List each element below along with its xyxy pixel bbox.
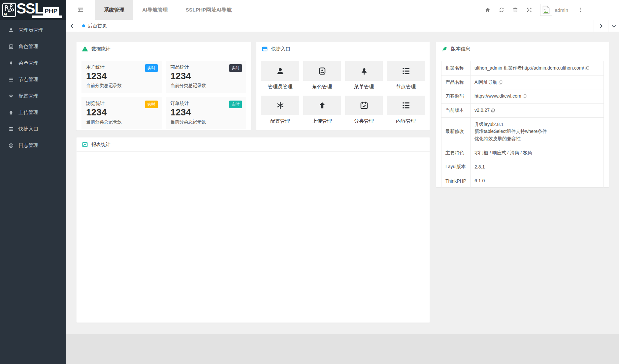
quick-entry-label: 节点管理 (387, 84, 425, 90)
stat-card-users[interactable]: 用户统计 实时 1234 当前分类总记录数 (81, 61, 162, 93)
collapse-icon (77, 7, 84, 13)
sidebar-item-role-manage[interactable]: 角色管理 (0, 38, 66, 55)
user-icon (276, 67, 285, 76)
sidebar-item-log-manage[interactable]: 日志管理 (0, 137, 66, 154)
card-window-icon (262, 46, 268, 52)
asterisk-icon (8, 93, 14, 99)
quick-entry-grid: 管理员管理 角色管理 菜单管理 节点管理 配置管理 上传管理 (256, 56, 430, 130)
sidebar-item-config-manage[interactable]: 配置管理 (0, 88, 66, 104)
id-badge-icon (318, 67, 327, 76)
list-icon (402, 67, 410, 76)
refresh-button[interactable] (495, 0, 508, 20)
page-tabstrip: 后台首页 (66, 20, 619, 32)
sidebar-menu: 管理员管理 角色管理 菜单管理 节点管理 配置管理 上传管理 快捷入口 日志管 (0, 20, 66, 154)
chevron-left-icon (70, 24, 74, 28)
table-row: Layui版本 2.8.1 (441, 160, 604, 174)
app-logo[interactable]: AI SSL PHP (0, 0, 66, 20)
user-avatar[interactable] (540, 4, 552, 16)
user-icon (8, 27, 14, 33)
sidebar-item-label: 配置管理 (18, 93, 38, 99)
more-menu-button[interactable] (577, 0, 585, 20)
trash-icon (512, 7, 518, 13)
stat-value: 1234 (86, 71, 157, 81)
stat-caption: 当前分类总记录数 (171, 83, 242, 89)
quick-entry-config[interactable]: 配置管理 (261, 96, 299, 124)
sidebar-item-node-manage[interactable]: 节点管理 (0, 71, 66, 88)
fullscreen-button[interactable] (522, 0, 536, 20)
stat-card-views[interactable]: 浏览统计 实时 1234 当前分类总记录数 (81, 97, 162, 129)
quick-entry-upload[interactable]: 上传管理 (303, 96, 341, 124)
stat-card-goods[interactable]: 商品统计 实时 1234 当前分类总记录数 (166, 61, 246, 93)
sidebar-item-menu-manage[interactable]: 菜单管理 (0, 55, 66, 71)
clear-cache-button[interactable] (508, 0, 522, 20)
logo-php-text: PHP (43, 7, 59, 15)
sidebar-item-admin-manage[interactable]: 管理员管理 (0, 22, 66, 38)
report-chart-area (77, 152, 430, 323)
list-icon (8, 77, 14, 82)
sidebar-item-label: 上传管理 (18, 109, 38, 116)
logo-ssl-text: SSL (16, 0, 43, 17)
logo-underline (32, 15, 62, 18)
content-footer-strip (66, 334, 619, 364)
upload-icon (318, 101, 327, 110)
table-row: 主要特色 零门槛 / 响应式 / 清爽 / 极简 (441, 146, 604, 160)
stat-card-orders[interactable]: 订单统计 实时 1234 当前分类总记录数 (166, 97, 246, 129)
sidebar-item-quick-entry[interactable]: 快捷入口 (0, 121, 66, 137)
quick-entry-header: 快捷入口 (256, 42, 430, 56)
quick-entry-label: 分类管理 (345, 118, 383, 124)
realtime-badge: 实时 (145, 101, 158, 108)
stat-value: 1234 (171, 107, 242, 118)
quick-entry-role[interactable]: 角色管理 (303, 61, 341, 90)
tabstrip-spacer (111, 20, 594, 32)
topnav-tab-ai-nav[interactable]: AI导航管理 (133, 0, 177, 20)
ai-circuit-icon: AI (2, 3, 16, 17)
chart-line-icon (82, 141, 88, 148)
topnav-tab-label: AI导航管理 (142, 7, 168, 14)
sidebar-item-label: 日志管理 (18, 142, 38, 149)
stat-caption: 当前分类总记录数 (86, 119, 157, 125)
topnav-tab-sslphp-nav[interactable]: SSLPHP网址AI导航 (177, 0, 241, 20)
quick-entry-category[interactable]: 分类管理 (345, 96, 383, 124)
panel-title: 数据统计 (91, 46, 111, 52)
topnav-tab-label: SSLPHP网址AI导航 (186, 7, 232, 14)
sidebar-item-upload-manage[interactable]: 上传管理 (0, 104, 66, 121)
quick-entry-label: 内容管理 (387, 118, 425, 124)
copy-icon[interactable] (498, 80, 503, 86)
topnav-tab-system[interactable]: 系统管理 (95, 0, 133, 20)
panel-title: 报表统计 (91, 141, 111, 148)
copy-icon[interactable] (522, 94, 527, 100)
quick-entry-content[interactable]: 内容管理 (387, 96, 425, 124)
version-row-value: 2.8.1 (474, 164, 485, 169)
tabs-scroll-right-button[interactable] (594, 20, 608, 32)
stat-caption: 当前分类总记录数 (86, 83, 157, 89)
report-stats-panel: 报表统计 (76, 137, 430, 323)
version-row-label: 最新修改 (441, 117, 471, 146)
chevron-down-icon (611, 24, 616, 28)
sidebar-item-label: 节点管理 (18, 76, 38, 83)
version-row-label: 主要特色 (441, 146, 471, 160)
copy-icon[interactable] (491, 108, 495, 114)
version-info-panel: 版本信息 框架名称 ulthon_admin 框架作者http://admin.… (436, 42, 609, 187)
warning-triangle-icon (82, 46, 88, 52)
tab-home[interactable]: 后台首页 (78, 20, 111, 32)
quick-entry-node[interactable]: 节点管理 (387, 61, 425, 90)
username-label[interactable]: admin (555, 7, 568, 13)
quick-entry-menu[interactable]: 菜单管理 (345, 61, 383, 90)
data-stats-panel: 数据统计 用户统计 实时 1234 当前分类总记录数 商品统计 实时 1234 … (76, 42, 251, 131)
version-row-value: ulthon_admin 框架作者http://admin.demo.ultho… (474, 65, 584, 71)
quick-entry-admin[interactable]: 管理员管理 (261, 61, 299, 90)
tabs-dropdown-button[interactable] (608, 20, 619, 32)
home-button[interactable] (481, 0, 495, 20)
broken-image-icon (542, 6, 550, 14)
refresh-icon (499, 7, 505, 13)
version-row-label: 产品名称 (441, 75, 471, 89)
copy-icon[interactable] (585, 66, 590, 72)
version-row-value: v2.0.27 (474, 107, 490, 113)
stat-value: 1234 (86, 107, 157, 118)
tabs-scroll-left-button[interactable] (66, 20, 78, 32)
version-row-label: ThinkPHP (441, 174, 471, 188)
sidebar-collapse-button[interactable] (66, 0, 95, 20)
chevron-right-icon (599, 24, 603, 28)
panel-title: 快捷入口 (271, 46, 290, 52)
topbar: 系统管理 AI导航管理 SSLPHP网址AI导航 (66, 0, 619, 20)
